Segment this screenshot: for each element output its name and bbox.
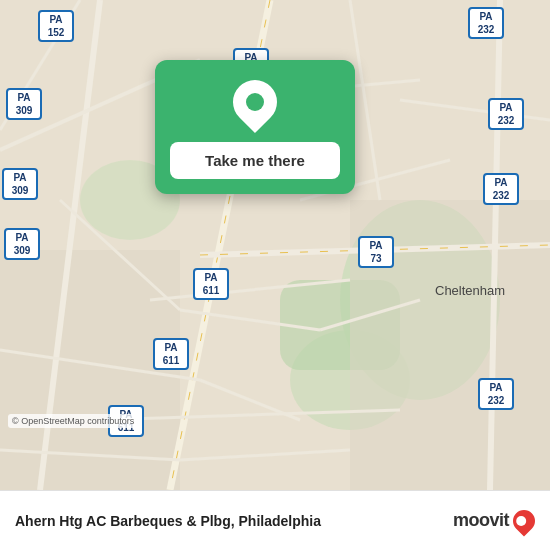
location-title: Ahern Htg AC Barbeques & Plbg, Philadelp…: [15, 513, 453, 529]
map-container: Cheltenham PA152 PA309 PA309 PA309 PA611…: [0, 0, 550, 490]
highway-pa152: PA152: [38, 10, 74, 42]
copyright-notice: © OpenStreetMap contributors: [8, 414, 138, 428]
moovit-pin-icon: [508, 505, 539, 536]
moovit-logo: moovit: [453, 510, 535, 532]
location-card: Take me there: [155, 60, 355, 194]
highway-pa232d: PA232: [478, 378, 514, 410]
highway-pa232a: PA232: [468, 7, 504, 39]
highway-pa232c: PA232: [483, 173, 519, 205]
highway-pa611b: PA611: [193, 268, 229, 300]
highway-pa309c: PA309: [4, 228, 40, 260]
highway-pa73: PA73: [358, 236, 394, 268]
bottom-bar: Ahern Htg AC Barbeques & Plbg, Philadelp…: [0, 490, 550, 550]
highway-pa309a: PA309: [6, 88, 42, 120]
highway-pa232b: PA232: [488, 98, 524, 130]
location-pin-icon: [224, 71, 286, 133]
svg-text:Cheltenham: Cheltenham: [435, 283, 505, 298]
highway-pa611c: PA611: [153, 338, 189, 370]
take-me-there-button[interactable]: Take me there: [170, 142, 340, 179]
highway-pa309b: PA309: [2, 168, 38, 200]
moovit-text: moovit: [453, 510, 509, 531]
